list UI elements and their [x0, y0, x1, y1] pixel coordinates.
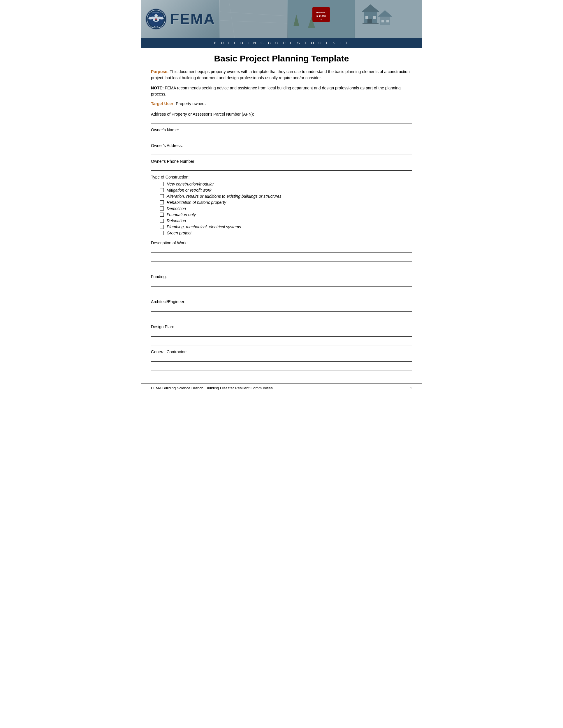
svg-point-6: [154, 14, 158, 17]
blue-bar: B U I L D I N G C O D E S T O O L K I T: [141, 38, 422, 48]
description-line-2[interactable]: [151, 256, 412, 261]
owner-address-field-group: Owner's Address:: [151, 143, 412, 155]
general-contractor-lines: [151, 356, 412, 370]
note-block: NOTE: FEMA recommends seeking advice and…: [151, 85, 412, 97]
description-label: Description of Work:: [151, 241, 412, 245]
svg-text:TORNADO: TORNADO: [316, 11, 327, 13]
checkbox-box-2[interactable]: [160, 194, 164, 198]
checkbox-item-6[interactable]: Relocation: [160, 218, 412, 223]
page-title: Basic Project Planning Template: [151, 54, 412, 63]
owner-name-line[interactable]: [151, 133, 412, 139]
svg-rect-29: [368, 19, 372, 23]
header-image-2: TORNADO SHELTER ▼: [287, 0, 355, 38]
svg-rect-13: [220, 0, 287, 38]
architect-lines: [151, 306, 412, 320]
address-label: Address of Property or Assessor's Parcel…: [151, 112, 412, 116]
checkbox-label-2: Alteration, repairs or additions to exis…: [167, 194, 282, 199]
design-plan-field: Design Plan:: [151, 324, 412, 345]
checkbox-list: New construction/modularMitigation or re…: [160, 182, 412, 235]
general-contractor-line-2[interactable]: [151, 365, 412, 370]
owner-name-label: Owner's Name:: [151, 128, 412, 132]
checkbox-box-5[interactable]: [160, 213, 164, 217]
svg-rect-27: [366, 16, 368, 19]
owner-phone-field-group: Owner's Phone Number:: [151, 159, 412, 171]
owner-phone-line[interactable]: [151, 165, 412, 171]
checkbox-box-8[interactable]: [160, 231, 164, 235]
main-content: Basic Project Planning Template Purpose:…: [141, 48, 422, 383]
description-field: Description of Work:: [151, 241, 412, 270]
checkbox-box-3[interactable]: [160, 200, 164, 204]
checkbox-item-4[interactable]: Demolition: [160, 206, 412, 211]
funding-label: Funding:: [151, 274, 412, 279]
architect-line-1[interactable]: [151, 306, 412, 312]
checkbox-label-6: Relocation: [167, 218, 186, 223]
footer-left-text: FEMA Building Science Branch: Building D…: [151, 386, 273, 390]
purpose-block: Purpose: This document equips property o…: [151, 69, 412, 81]
architect-line-2[interactable]: [151, 314, 412, 320]
svg-text:U.S. DEPARTMENT OF: U.S. DEPARTMENT OF: [149, 12, 163, 13]
header-image-3: [355, 0, 422, 38]
header-images: TORNADO SHELTER ▼: [219, 0, 422, 38]
checkbox-item-2[interactable]: Alteration, repairs or additions to exis…: [160, 194, 412, 199]
purpose-label: Purpose:: [151, 69, 169, 74]
svg-text:▼: ▼: [320, 19, 322, 21]
dhs-seal-icon: ★ ★ ★ U.S. DEPARTMENT OF HOMELAND SECURI…: [145, 8, 167, 30]
funding-line-1[interactable]: [151, 281, 412, 287]
header-banner: ★ ★ ★ U.S. DEPARTMENT OF HOMELAND SECURI…: [141, 0, 422, 38]
description-lines: [151, 247, 412, 270]
fema-logo-text: FEMA: [170, 10, 215, 28]
funding-line-2[interactable]: [151, 289, 412, 295]
owner-name-field-group: Owner's Name:: [151, 128, 412, 139]
architect-label: Architect/Engineer:: [151, 299, 412, 304]
description-line-1[interactable]: [151, 247, 412, 253]
funding-field: Funding:: [151, 274, 412, 295]
checkbox-item-5[interactable]: Foundation only: [160, 212, 412, 217]
target-user-text: Property owners.: [174, 101, 206, 106]
checkbox-box-0[interactable]: [160, 182, 164, 186]
construction-type-label: Type of Construction:: [151, 175, 412, 179]
general-contractor-line-1[interactable]: [151, 356, 412, 362]
checkbox-item-7[interactable]: Plumbing, mechanical, electrical systems: [160, 225, 412, 229]
design-plan-line-2[interactable]: [151, 340, 412, 345]
purpose-text: This document equips property owners wit…: [151, 69, 410, 80]
design-plan-label: Design Plan:: [151, 324, 412, 329]
address-field-group: Address of Property or Assessor's Parcel…: [151, 112, 412, 123]
header-image-1: [219, 0, 287, 38]
svg-rect-30: [363, 23, 379, 24]
design-plan-line-1[interactable]: [151, 331, 412, 337]
checkbox-label-1: Mitigation or retrofit work: [167, 188, 211, 192]
checkbox-box-7[interactable]: [160, 225, 164, 229]
svg-rect-28: [373, 16, 376, 19]
architect-field: Architect/Engineer:: [151, 299, 412, 320]
logo-area: ★ ★ ★ U.S. DEPARTMENT OF HOMELAND SECURI…: [141, 5, 219, 33]
checkbox-label-3: Rehabilitation of historic property: [167, 200, 226, 205]
footer-page-number: 1: [410, 386, 412, 390]
description-line-3[interactable]: [151, 264, 412, 270]
svg-text:HOMELAND SECURITY: HOMELAND SECURITY: [150, 27, 162, 28]
checkbox-label-0: New construction/modular: [167, 182, 214, 186]
general-contractor-label: General Contractor:: [151, 349, 412, 354]
svg-rect-34: [387, 20, 389, 22]
checkbox-item-3[interactable]: Rehabilitation of historic property: [160, 200, 412, 205]
checkbox-label-8: Green project: [167, 231, 191, 235]
design-plan-lines: [151, 331, 412, 345]
svg-rect-9: [155, 18, 157, 20]
checkbox-box-6[interactable]: [160, 219, 164, 223]
checkbox-label-4: Demolition: [167, 206, 186, 211]
target-user-block: Target User: Property owners.: [151, 101, 412, 106]
checkbox-box-4[interactable]: [160, 206, 164, 211]
svg-text:SHELTER: SHELTER: [317, 15, 326, 17]
checkbox-label-5: Foundation only: [167, 212, 196, 217]
checkbox-item-8[interactable]: Green project: [160, 231, 412, 235]
construction-type-section: Type of Construction: New construction/m…: [151, 175, 412, 235]
checkbox-item-0[interactable]: New construction/modular: [160, 182, 412, 186]
checkbox-box-1[interactable]: [160, 188, 164, 192]
blue-bar-text: B U I L D I N G C O D E S T O O L K I T: [214, 41, 349, 45]
checkbox-label-7: Plumbing, mechanical, electrical systems: [167, 225, 241, 229]
general-contractor-field: General Contractor:: [151, 349, 412, 370]
page-footer: FEMA Building Science Branch: Building D…: [141, 383, 422, 393]
owner-phone-label: Owner's Phone Number:: [151, 159, 412, 164]
owner-address-line[interactable]: [151, 149, 412, 155]
checkbox-item-1[interactable]: Mitigation or retrofit work: [160, 188, 412, 192]
address-line[interactable]: [151, 118, 412, 123]
